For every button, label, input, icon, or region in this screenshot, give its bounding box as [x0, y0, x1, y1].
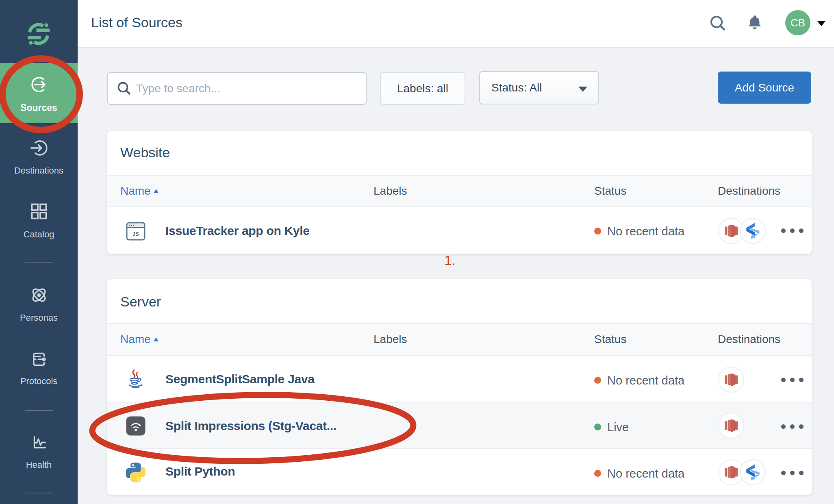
svg-text:JS: JS	[132, 231, 139, 237]
